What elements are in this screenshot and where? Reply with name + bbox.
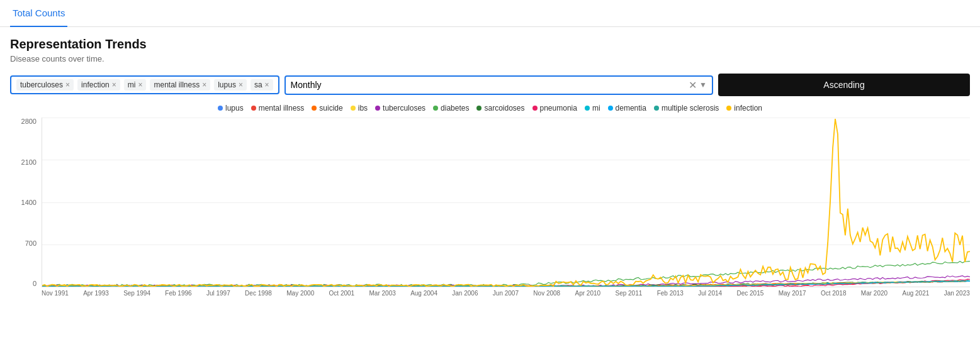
search-input[interactable] xyxy=(291,80,689,90)
tag-remove-mental_illness[interactable]: × xyxy=(202,81,206,89)
tag-lupus: lupus× xyxy=(214,79,247,91)
tag-remove-sa[interactable]: × xyxy=(265,81,269,89)
x-label: Jan 2006 xyxy=(452,290,478,297)
controls-row: tuberculoses×infection×mi×mental illness… xyxy=(10,74,970,96)
legend-label: sarcoidoses xyxy=(484,104,524,113)
y-label: 1400 xyxy=(21,199,37,206)
legend-item-tuberculoses: tuberculoses xyxy=(375,104,425,113)
chevron-down-icon[interactable]: ▼ xyxy=(699,80,707,89)
tag-infection: infection× xyxy=(77,79,120,91)
x-label: Feb 2013 xyxy=(657,290,684,297)
legend-label: infection xyxy=(734,104,762,113)
chart-legend: lupusmental illnesssuicideibstuberculose… xyxy=(10,104,970,113)
x-label: Sep 1994 xyxy=(123,290,150,297)
series-line-infection xyxy=(42,119,970,286)
x-label: Jan 2023 xyxy=(944,290,970,297)
x-label: Aug 2021 xyxy=(902,290,929,297)
legend-dot xyxy=(218,106,223,111)
legend-dot xyxy=(312,106,317,111)
x-label: Apr 2010 xyxy=(575,290,601,297)
legend-label: tuberculoses xyxy=(383,104,425,113)
legend-dot xyxy=(433,106,438,111)
tag-remove-lupus[interactable]: × xyxy=(239,81,243,89)
legend-item-mi: mi xyxy=(585,104,600,113)
tag-tuberculoses: tuberculoses× xyxy=(16,79,74,91)
legend-item-mental-illness: mental illness xyxy=(251,104,305,113)
y-label: 2100 xyxy=(21,158,37,166)
legend-label: diabetes xyxy=(441,104,469,113)
legend-item-diabetes: diabetes xyxy=(433,104,469,113)
chart-svg xyxy=(42,118,970,287)
x-label: Dec 1998 xyxy=(245,290,272,297)
legend-dot xyxy=(375,106,380,111)
x-label: Mar 2003 xyxy=(369,290,396,297)
x-label: Oct 2018 xyxy=(821,290,847,297)
chart-area: 2800210014007000 Nov 1991Apr 1993Sep 199… xyxy=(10,118,970,306)
x-label: Nov 2008 xyxy=(533,290,560,297)
legend-dot xyxy=(532,106,538,111)
legend-item-suicide: suicide xyxy=(312,104,342,113)
x-label: Apr 1993 xyxy=(83,290,109,297)
x-label: Aug 2004 xyxy=(410,290,437,297)
legend-label: suicide xyxy=(319,104,342,113)
tag-remove-tuberculoses[interactable]: × xyxy=(65,81,70,89)
legend-item-dementia: dementia xyxy=(608,104,646,113)
y-axis: 2800210014007000 xyxy=(10,118,42,287)
legend-item-pneumonia: pneumonia xyxy=(532,104,577,113)
legend-label: dementia xyxy=(616,104,646,113)
tag-label: mi xyxy=(128,80,136,89)
legend-label: mi xyxy=(592,104,600,113)
y-label: 700 xyxy=(25,239,37,247)
legend-dot xyxy=(351,106,356,111)
x-label: May 2017 xyxy=(779,290,806,297)
x-label: Feb 1996 xyxy=(165,290,191,297)
tag-label: mental illness xyxy=(154,80,200,89)
tag-label: sa xyxy=(254,80,262,89)
tag-sa: sa× xyxy=(251,79,273,91)
legend-dot xyxy=(608,106,613,111)
y-label: 2800 xyxy=(21,118,37,125)
x-label: Sep 2011 xyxy=(615,290,642,297)
tag-label: lupus xyxy=(218,80,236,89)
tag-label: infection xyxy=(81,80,110,89)
legend-dot xyxy=(476,106,482,111)
tag-mi: mi× xyxy=(124,79,147,91)
clear-icon[interactable]: ✕ xyxy=(689,79,697,91)
legend-label: multiple sclerosis xyxy=(662,104,719,113)
tab-bar: Total Counts xyxy=(0,0,980,27)
tag-remove-mi[interactable]: × xyxy=(138,81,142,89)
legend-item-sarcoidoses: sarcoidoses xyxy=(476,104,524,113)
legend-dot xyxy=(726,106,731,111)
x-label: Oct 2001 xyxy=(329,290,355,297)
legend-item-infection: infection xyxy=(726,104,762,113)
x-label: Jul 1997 xyxy=(206,290,230,297)
legend-label: ibs xyxy=(358,104,368,113)
x-label: May 2000 xyxy=(286,290,314,297)
x-label: Jul 2014 xyxy=(698,290,722,297)
x-label: Dec 2015 xyxy=(736,290,763,297)
x-label: Mar 2020 xyxy=(861,290,887,297)
legend-label: lupus xyxy=(225,104,244,113)
legend-label: mental illness xyxy=(259,104,305,113)
legend-dot xyxy=(654,106,659,111)
legend-label: pneumonia xyxy=(540,104,577,113)
tag-mental_illness: mental illness× xyxy=(150,79,210,91)
y-label: 0 xyxy=(33,280,37,287)
page-title: Representation Trends xyxy=(10,37,970,52)
search-input-area[interactable]: ✕ ▼ xyxy=(284,75,713,95)
page-subtitle: Disease counts over time. xyxy=(10,54,970,63)
tag-label: tuberculoses xyxy=(20,80,63,89)
x-axis: Nov 1991Apr 1993Sep 1994Feb 1996Jul 1997… xyxy=(42,287,970,306)
main-content: Representation Trends Disease counts ove… xyxy=(0,27,980,306)
ascending-button[interactable]: Ascending xyxy=(718,74,970,96)
x-label: Jun 2007 xyxy=(493,290,519,297)
tab-total-counts[interactable]: Total Counts xyxy=(10,0,67,27)
chart-inner xyxy=(42,118,970,287)
tags-input[interactable]: tuberculoses×infection×mi×mental illness… xyxy=(10,75,279,94)
x-label: Nov 1991 xyxy=(42,290,69,297)
legend-dot xyxy=(585,106,590,111)
legend-item-lupus: lupus xyxy=(218,104,244,113)
legend-dot xyxy=(251,106,256,111)
tag-remove-infection[interactable]: × xyxy=(112,81,116,89)
legend-item-multiple-sclerosis: multiple sclerosis xyxy=(654,104,719,113)
